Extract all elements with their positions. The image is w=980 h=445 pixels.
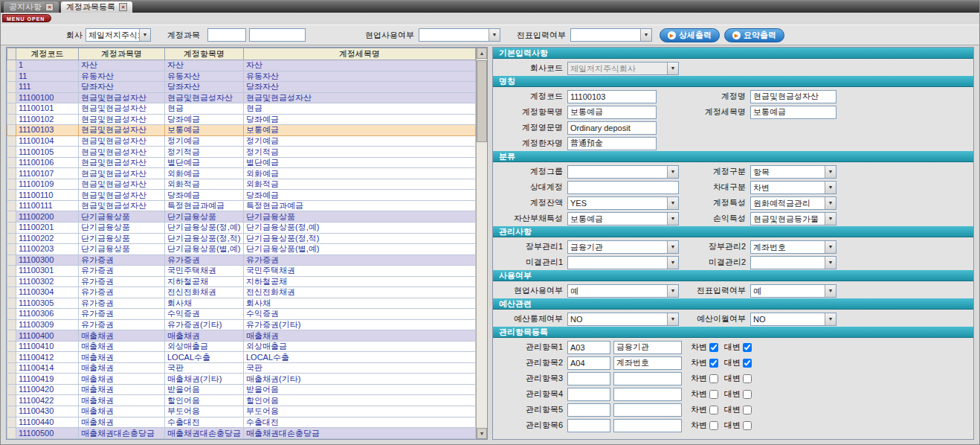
row-selector[interactable]: [7, 135, 16, 147]
credit-checkbox[interactable]: [743, 374, 752, 383]
table-row[interactable]: 11100110현금및현금성자산당좌예금당좌예금: [7, 190, 476, 201]
detail-print-button[interactable]: ▶ 상세출력: [660, 28, 720, 42]
tab-account-registration[interactable]: 계정과목등록 ×: [61, 1, 132, 13]
table-row[interactable]: 11100106현금및현금성자산별단예금별단예금: [7, 157, 476, 168]
credit-checkbox[interactable]: [743, 343, 752, 352]
field-use-select[interactable]: ▼: [419, 28, 500, 42]
table-row[interactable]: 11100420매출채권받을어음받을어음: [7, 384, 476, 395]
credit-checkbox[interactable]: [743, 359, 752, 368]
credit-checkbox[interactable]: [743, 421, 752, 430]
table-row[interactable]: 11100419매출채권매출채권(기타)매출채권(기타): [7, 374, 476, 385]
row-selector[interactable]: [7, 330, 16, 342]
credit-checkbox[interactable]: [743, 390, 752, 399]
mgmt-item3-code-input[interactable]: [567, 372, 610, 385]
company-select[interactable]: 제일저지주식회사 ▼: [86, 28, 151, 42]
table-row[interactable]: 11100430매출채권부도어음부도어음: [7, 406, 476, 417]
row-selector[interactable]: [7, 417, 16, 428]
table-row[interactable]: 11100111현금및현금성자산특정현금과예금특정현금과예금: [7, 200, 476, 211]
row-selector[interactable]: [7, 233, 16, 244]
mgmt-item6-code-input[interactable]: [567, 419, 610, 432]
debit-checkbox[interactable]: [709, 359, 718, 368]
close-icon[interactable]: ×: [119, 3, 127, 11]
mgmt-item4-name-input[interactable]: [613, 388, 682, 401]
account-item-field[interactable]: [567, 106, 657, 119]
table-row[interactable]: 11100309유가증권유가증권(기타)유가증권(기타): [7, 319, 476, 330]
scroll-up-icon[interactable]: ▲: [477, 48, 487, 59]
row-selector[interactable]: [7, 103, 16, 115]
account-name-field[interactable]: [750, 90, 836, 103]
table-row[interactable]: 11100103현금및현금성자산보통예금보통예금: [7, 125, 476, 136]
field-use-detail-select[interactable]: 예 ▼: [567, 284, 679, 298]
row-selector[interactable]: [7, 287, 16, 298]
table-row[interactable]: 11100109현금및현금성자산외화적금외화적금: [7, 179, 476, 190]
table-row[interactable]: 11100301유가증권국민주택채권국민주택채권: [7, 266, 476, 277]
open-mgmt1-select[interactable]: ▼: [567, 256, 679, 269]
table-row[interactable]: 11100500매출채권대손충당금매출채권대손충당금매출채권대손충당금: [7, 428, 476, 439]
mgmt-item5-code-input[interactable]: [567, 403, 610, 417]
account-detail-field[interactable]: [750, 106, 836, 119]
row-selector[interactable]: [7, 244, 16, 255]
debit-checkbox[interactable]: [709, 390, 718, 399]
mgmt-item2-name-input[interactable]: [613, 356, 682, 370]
open-mgmt2-select[interactable]: ▼: [750, 256, 836, 269]
close-icon[interactable]: ×: [45, 3, 54, 11]
asset-liability-trait-select[interactable]: 보통예금 ▼: [567, 212, 679, 225]
row-selector[interactable]: [7, 147, 16, 158]
row-selector[interactable]: [7, 276, 16, 287]
table-row[interactable]: 11100305유가증권회사채회사채: [7, 298, 476, 309]
table-row[interactable]: 11100107현금및현금성자산외화예금외화예금: [7, 168, 476, 179]
table-row[interactable]: 11100104현금및현금성자산정기예금정기예금: [7, 135, 476, 147]
account-type-select[interactable]: 항목 ▼: [750, 165, 836, 179]
row-selector[interactable]: [7, 125, 16, 136]
table-row[interactable]: 11100105현금및현금성자산정기적금정기적금: [7, 147, 476, 158]
table-row[interactable]: 11100304유가증권전신전화채권전신전화채권: [7, 287, 476, 298]
mgmt-item4-code-input[interactable]: [567, 388, 610, 401]
credit-checkbox[interactable]: [743, 406, 752, 414]
row-selector[interactable]: [7, 362, 16, 374]
debit-checkbox[interactable]: [709, 406, 718, 414]
mgmt-item1-code-input[interactable]: [567, 341, 610, 354]
book-mgmt1-select[interactable]: 금융기관 ▼: [567, 240, 679, 254]
mgmt-item6-name-input[interactable]: [613, 419, 682, 432]
table-row[interactable]: 11100102현금및현금성자산당좌예금당좌예금: [7, 114, 476, 125]
row-selector[interactable]: [7, 298, 16, 309]
account-balance-select[interactable]: YES ▼: [567, 196, 679, 210]
menu-open-button[interactable]: MENU OPEN: [2, 14, 51, 22]
contra-account-field[interactable]: [567, 181, 679, 194]
table-row[interactable]: 11유동자산유동자산유동자산: [7, 71, 476, 82]
table-row[interactable]: 11100202단기금융상품단기금융상품(정,적)단기금융상품(정,적): [7, 233, 476, 244]
mgmt-item1-name-input[interactable]: [613, 341, 682, 354]
table-row[interactable]: 11100101현금및현금성자산현금현금: [7, 103, 476, 115]
table-row[interactable]: 11100300유가증권유가증권유가증권: [7, 254, 476, 266]
account-name-input[interactable]: [249, 28, 306, 42]
mgmt-item2-code-input[interactable]: [567, 356, 610, 370]
row-selector[interactable]: [7, 319, 16, 330]
account-code-field[interactable]: [567, 90, 657, 103]
debit-checkbox[interactable]: [709, 343, 718, 352]
table-row[interactable]: 111당좌자산당좌자산당좌자산: [7, 82, 476, 93]
row-selector[interactable]: [7, 190, 16, 201]
row-selector[interactable]: [7, 179, 16, 190]
table-row[interactable]: 11100302유가증권지하철공채지하철공채: [7, 276, 476, 287]
budget-control-select[interactable]: NO ▼: [567, 313, 679, 326]
table-row[interactable]: 11100412매출채권LOCAL수출LOCAL수출: [7, 352, 476, 363]
row-selector[interactable]: [7, 82, 16, 93]
mgmt-item3-name-input[interactable]: [613, 372, 682, 385]
debit-checkbox[interactable]: [709, 374, 718, 383]
table-row[interactable]: 11100203단기금융상품단기금융상품(별,예)단기금융상품(별,예): [7, 244, 476, 255]
row-selector[interactable]: [7, 254, 16, 266]
table-row[interactable]: 11100414매출채권국판국판: [7, 362, 476, 374]
budget-carryover-select[interactable]: NO ▼: [750, 313, 836, 326]
account-hanja-field[interactable]: [567, 137, 657, 150]
table-row[interactable]: 11100422매출채권할인어음할인어음: [7, 395, 476, 406]
row-selector[interactable]: [7, 395, 16, 406]
slip-use-select[interactable]: ▼: [570, 28, 652, 42]
table-row[interactable]: 11100201단기금융상품단기금융상품(정,예)단기금융상품(정,예): [7, 222, 476, 233]
row-selector[interactable]: [7, 92, 16, 103]
scrollbar-track[interactable]: [477, 59, 487, 428]
row-selector[interactable]: [7, 428, 16, 439]
row-selector[interactable]: [7, 114, 16, 125]
row-selector[interactable]: [7, 71, 16, 82]
row-selector[interactable]: [7, 309, 16, 320]
table-row[interactable]: 11100200단기금융상품단기금융상품단기금융상품: [7, 211, 476, 222]
